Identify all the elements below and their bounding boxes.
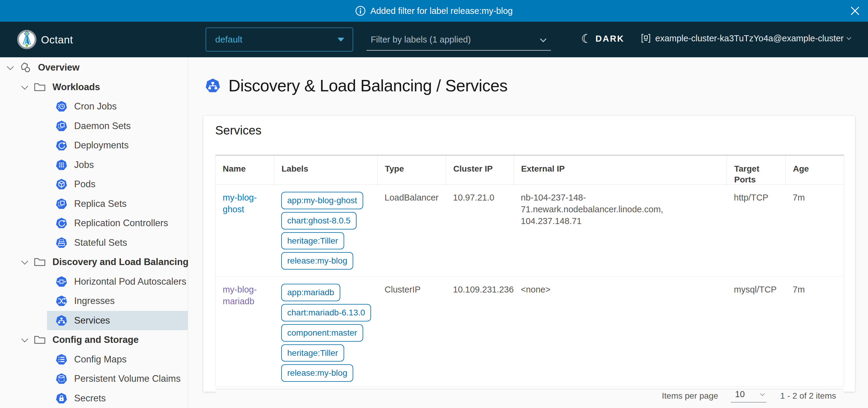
sidebar-item-daemon-sets[interactable]: Daemon Sets <box>0 116 188 136</box>
sidebar-item-label: Overview <box>38 62 80 73</box>
page-title-text: Discovery & Load Balancing / Services <box>228 76 507 95</box>
services-icon <box>56 315 67 327</box>
cron-jobs-icon <box>56 100 67 113</box>
sidebar-item-services[interactable]: Services <box>0 311 188 330</box>
replica-sets-icon <box>56 198 67 210</box>
cell-labels: app:mariadbchart:mariadb-6.13.0component… <box>274 277 377 389</box>
theme-toggle[interactable]: ☾ DARK <box>581 33 624 45</box>
sidebar-item-config-and-storage[interactable]: Config and Storage <box>0 330 188 350</box>
octant-logo <box>17 30 37 50</box>
cluster-context-dropdown[interactable]: example-cluster-ka3TuTzYo4a@example-clus… <box>641 33 850 43</box>
folder-icon <box>34 334 46 346</box>
chevron-down-icon[interactable] <box>22 258 28 265</box>
cell-cluster-ip: 10.109.231.236 <box>446 277 514 389</box>
label-pill[interactable]: chart:mariadb-6.13.0 <box>281 304 371 321</box>
notification-banner: Added filter for label release:my-blog <box>0 0 868 22</box>
sidebar-item-label: Daemon Sets <box>74 121 131 132</box>
table-row: my-blog-ghostapp:my-blog-ghostchart:ghos… <box>216 185 844 277</box>
sidebar-item-jobs[interactable]: Jobs <box>0 155 188 175</box>
label-pill[interactable]: app:mariadb <box>281 284 340 301</box>
cell-target-ports: http/TCP <box>727 185 785 276</box>
sidebar-item-label: Cron Jobs <box>74 101 117 112</box>
label-filter-value: Filter by labels (1 applied) <box>371 35 471 45</box>
service-link[interactable]: my-blog-mariadb <box>223 285 257 306</box>
chevron-down-icon[interactable] <box>22 336 28 343</box>
sidebar-item-discovery-and-load-balancing[interactable]: Discovery and Load Balancing <box>0 253 188 272</box>
services-icon <box>205 78 221 93</box>
label-pill[interactable]: chart:ghost-8.0.5 <box>281 212 356 230</box>
secrets-icon <box>56 392 67 404</box>
ingresses-icon <box>56 295 67 307</box>
theme-toggle-label: DARK <box>595 34 624 44</box>
chevron-down-icon[interactable] <box>22 83 28 90</box>
label-filter-dropdown[interactable]: Filter by labels (1 applied) <box>367 31 551 51</box>
cell-type: ClusterIP <box>377 277 446 389</box>
namespace-select[interactable]: default <box>206 27 353 52</box>
sidebar-item-pods[interactable]: Pods <box>0 175 188 194</box>
sidebar-item-workloads[interactable]: Workloads <box>0 78 188 97</box>
services-table: NameLabelsTypeCluster IPExternal IPTarge… <box>215 155 844 387</box>
page-title: Discovery & Load Balancing / Services <box>205 76 507 95</box>
banner-message: Added filter for label release:my-blog <box>370 6 513 16</box>
column-header-name: Name <box>216 155 274 185</box>
items-per-page-select[interactable]: 10 <box>731 389 767 403</box>
label-pill[interactable]: heritage:Tiller <box>281 344 344 362</box>
sidebar-nav: OverviewWorkloadsCron JobsDaemon SetsDep… <box>0 57 188 408</box>
label-pill[interactable]: app:my-blog-ghost <box>281 192 363 209</box>
cell-external-ip: <none> <box>514 277 727 389</box>
close-icon[interactable] <box>849 5 861 17</box>
cell-labels: app:my-blog-ghostchart:ghost-8.0.5herita… <box>274 185 377 276</box>
services-card: Services NameLabelsTypeCluster IPExterna… <box>203 116 855 392</box>
pagination-range: 1 - 2 of 2 items <box>780 391 836 401</box>
label-pill[interactable]: component:master <box>281 324 363 342</box>
cell-type: LoadBalancer <box>377 185 446 276</box>
cell-external-ip: nb-104-237-148-71.newark.nodebalancer.li… <box>514 185 727 276</box>
persistent-volume-claims-icon <box>56 373 67 385</box>
stateful-sets-icon <box>56 237 67 249</box>
daemon-sets-icon <box>56 120 67 132</box>
sidebar-item-horizontal-pod-autoscalers[interactable]: Horizontal Pod Autoscalers <box>0 272 188 292</box>
horizontal-pod-autoscalers-icon <box>56 275 67 288</box>
moon-icon: ☾ <box>581 33 592 45</box>
column-header-type: Type <box>377 155 446 185</box>
column-header-external-ip: External IP <box>514 155 727 185</box>
pods-icon <box>56 178 67 190</box>
replication-controllers-icon <box>56 217 67 229</box>
cluster-context-value: example-cluster-ka3TuTzYo4a@example-clus… <box>655 33 844 43</box>
sidebar-item-label: Jobs <box>74 159 94 170</box>
octant-app: Added filter for label release:my-blog O… <box>0 0 868 408</box>
chevron-down-icon[interactable] <box>7 63 14 70</box>
cell-cluster-ip: 10.97.21.0 <box>446 185 514 276</box>
sidebar-item-label: Services <box>74 315 110 326</box>
cell-name: my-blog-ghost <box>216 185 274 276</box>
table-body: my-blog-ghostapp:my-blog-ghostchart:ghos… <box>216 185 844 389</box>
service-link[interactable]: my-blog-ghost <box>223 193 257 214</box>
sidebar-item-secrets[interactable]: Secrets <box>0 389 188 408</box>
cell-target-ports: mysql/TCP <box>727 277 785 389</box>
card-title: Services <box>215 124 261 137</box>
cell-age: 7m <box>785 277 844 389</box>
sidebar-item-replica-sets[interactable]: Replica Sets <box>0 194 188 214</box>
app-header: Octant default Filter by labels (1 appli… <box>0 22 868 57</box>
label-pill[interactable]: release:my-blog <box>281 252 353 270</box>
chevron-down-icon <box>540 36 547 42</box>
cell-age: 7m <box>785 185 844 276</box>
sidebar-item-stateful-sets[interactable]: Stateful Sets <box>0 233 188 253</box>
table-footer: Items per page 10 1 - 2 of 2 items <box>216 389 844 403</box>
cluster-icon <box>641 33 651 43</box>
sidebar-item-overview[interactable]: Overview <box>0 58 188 78</box>
deployments-icon <box>56 139 67 151</box>
config-maps-icon <box>56 353 67 366</box>
sidebar-item-replication-controllers[interactable]: Replication Controllers <box>0 213 188 233</box>
table-row: my-blog-mariadbapp:mariadbchart:mariadb-… <box>216 277 844 389</box>
sidebar-item-ingresses[interactable]: Ingresses <box>0 291 188 311</box>
sidebar-item-deployments[interactable]: Deployments <box>0 136 188 155</box>
main-content: Discovery & Load Balancing / Services Se… <box>188 57 868 408</box>
items-per-page-value: 10 <box>735 389 745 399</box>
sidebar-item-config-maps[interactable]: Config Maps <box>0 350 188 370</box>
sidebar-item-persistent-volume-claims[interactable]: Persistent Volume Claims <box>0 369 188 389</box>
sidebar-item-label: Horizontal Pod Autoscalers <box>74 276 186 287</box>
label-pill[interactable]: heritage:Tiller <box>281 232 344 250</box>
sidebar-item-cron-jobs[interactable]: Cron Jobs <box>0 97 188 116</box>
label-pill[interactable]: release:my-blog <box>281 364 353 382</box>
